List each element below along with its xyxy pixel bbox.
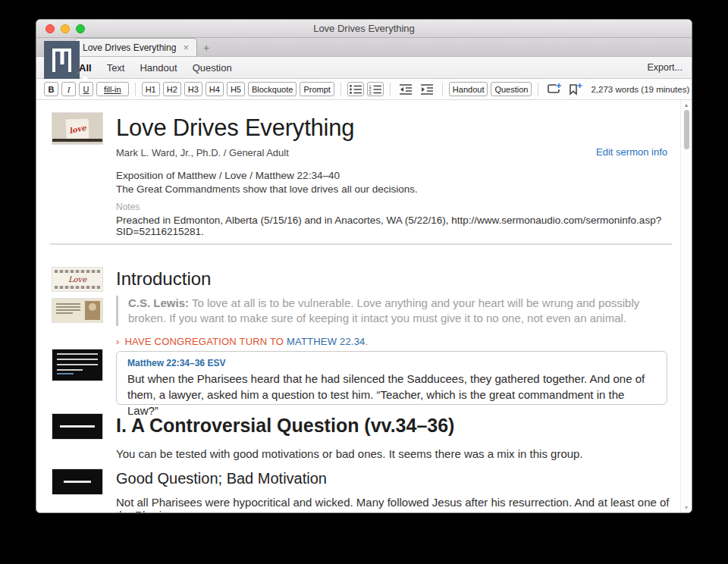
minimize-window-button[interactable] <box>61 24 70 33</box>
h3-button[interactable]: H3 <box>184 82 202 96</box>
section-1-heading[interactable]: I. A Controversial Question (vv.34–36) <box>116 415 454 437</box>
portrait-art <box>85 301 100 320</box>
outdent-button[interactable] <box>397 82 415 96</box>
slide-thumbnail-subheading[interactable] <box>52 469 102 494</box>
bold-button[interactable]: B <box>44 82 58 96</box>
slide-thumbnail-title[interactable]: love <box>52 113 102 144</box>
prompt-chevron-icon: › <box>116 336 120 347</box>
zoom-window-button[interactable] <box>76 24 85 33</box>
add-prompt-icon <box>546 83 561 96</box>
quote-speaker: C.S. Lewis: <box>128 296 189 309</box>
introduction-heading[interactable]: Introduction <box>116 268 211 290</box>
new-tab-button[interactable]: + <box>197 39 215 56</box>
sermon-series-line[interactable]: Exposition of Matthew / Love / Matthew 2… <box>116 170 340 181</box>
prompt-button[interactable]: Prompt <box>300 82 334 96</box>
tab-bar: Love Drives Everything × + <box>36 38 692 57</box>
add-prompt-button[interactable] <box>544 82 563 96</box>
section-divider <box>50 243 672 245</box>
h1-button[interactable]: H1 <box>142 82 160 96</box>
handout-button[interactable]: Handout <box>449 82 488 96</box>
toolbar-separator <box>538 83 538 96</box>
toolbar-separator <box>442 83 443 96</box>
window-titlebar[interactable]: Love Drives Everything <box>36 20 692 38</box>
bullet-list-icon <box>349 84 362 95</box>
subsection-heading[interactable]: Good Question; Bad Motivation <box>116 470 327 487</box>
traffic-lights <box>46 24 85 33</box>
scrollbar-thumb[interactable] <box>684 110 689 149</box>
prompt-text: HAVE CONGREGATION TURN TO <box>125 336 287 347</box>
bullet-list-button[interactable] <box>347 82 364 96</box>
outdent-icon <box>399 83 413 96</box>
underline-button[interactable]: U <box>79 82 93 96</box>
menu-item-question[interactable]: Question <box>193 62 232 74</box>
prompt-scripture-link[interactable]: MATTHEW 22.34 <box>287 336 366 347</box>
tab-close-icon[interactable]: × <box>183 43 189 52</box>
sermon-editor-document[interactable]: love Love Drives Everything Mark L. Ward… <box>36 100 692 512</box>
scripture-reference[interactable]: Matthew 22:34–36 ESV <box>127 358 656 368</box>
h5-button[interactable]: H5 <box>227 82 245 96</box>
menu-item-text[interactable]: Text <box>107 62 125 74</box>
toolbar-separator <box>390 83 391 96</box>
slide-thumbnail-introduction[interactable]: Love <box>52 268 102 291</box>
tab-love-drives-everything[interactable]: Love Drives Everything × <box>74 38 197 56</box>
slide-thumbnail-verse[interactable] <box>52 349 102 381</box>
vertical-scrollbar[interactable]: ▲ ▼ <box>680 100 692 512</box>
add-bookmark-button[interactable] <box>566 82 584 96</box>
sermon-summary-line[interactable]: The Great Commandments show that love dr… <box>116 183 418 195</box>
formatting-toolbar: B I U fill-in H1 H2 H3 H4 H5 Blockquote … <box>36 79 692 100</box>
tab-label: Love Drives Everything <box>83 42 176 53</box>
view-menu-bar: All Text Handout Question Export... <box>36 57 692 79</box>
word-count-status: 2,273 words (19 minutes) <box>591 85 689 94</box>
blockquote-button[interactable]: Blockquote <box>248 82 297 96</box>
menu-item-all[interactable]: All <box>79 62 92 74</box>
scroll-down-arrow-icon[interactable]: ▼ <box>681 505 692 510</box>
app-window: Love Drives Everything Love Drives Every… <box>36 19 692 513</box>
sermon-title[interactable]: Love Drives Everything <box>116 114 354 142</box>
logos-logo[interactable] <box>44 41 80 79</box>
close-window-button[interactable] <box>46 24 55 33</box>
sermon-byline[interactable]: Mark L. Ward, Jr., Ph.D. / General Adult <box>116 147 289 158</box>
menu-item-handout[interactable]: Handout <box>140 62 177 74</box>
active-menu-caret <box>82 76 88 79</box>
blockquote-cs-lewis[interactable]: C.S. Lewis: To love at all is to be vuln… <box>116 296 673 326</box>
toolbar-separator <box>135 83 136 96</box>
fill-in-button[interactable]: fill-in <box>96 82 129 96</box>
subsection-paragraph[interactable]: Not all Pharisees were hypocritical and … <box>116 496 670 512</box>
svg-text:3: 3 <box>369 90 371 95</box>
slide-thumbnail-section-1[interactable] <box>52 414 102 439</box>
scroll-up-arrow-icon[interactable]: ▲ <box>681 102 692 108</box>
thumbnail-art: love <box>66 118 89 139</box>
add-bookmark-icon <box>567 83 582 96</box>
indent-button[interactable] <box>418 82 436 96</box>
quote-text: To love at all is to be vulnerable. Love… <box>128 296 639 324</box>
italic-button[interactable]: I <box>61 82 76 96</box>
numbered-list-button[interactable]: 123 <box>367 82 384 96</box>
indent-icon <box>420 83 434 96</box>
logos-emblem-icon <box>52 49 71 72</box>
numbered-list-icon: 123 <box>369 84 382 95</box>
question-button[interactable]: Question <box>491 82 532 96</box>
notes-text[interactable]: Preached in Edmonton, Alberta (5/15/16) … <box>116 215 692 237</box>
scripture-card[interactable]: Matthew 22:34–36 ESV But when the Pharis… <box>116 351 667 405</box>
slide-thumbnail-cs-lewis-quote[interactable] <box>52 299 102 322</box>
scripture-text: But when the Pharisees heard that he had… <box>127 371 656 418</box>
notes-label: Notes <box>116 202 140 212</box>
window-title: Love Drives Everything <box>36 20 692 37</box>
export-button[interactable]: Export... <box>647 62 682 73</box>
logo-dropdown-caret-icon[interactable]: ▼ <box>75 70 80 76</box>
section-1-paragraph[interactable]: You can be tested with good motivations … <box>116 447 583 460</box>
congregation-prompt[interactable]: ›HAVE CONGREGATION TURN TO MATTHEW 22.34… <box>116 336 368 347</box>
toolbar-separator <box>340 83 341 96</box>
h4-button[interactable]: H4 <box>206 82 224 96</box>
h2-button[interactable]: H2 <box>163 82 181 96</box>
edit-sermon-info-link[interactable]: Edit sermon info <box>596 146 667 158</box>
